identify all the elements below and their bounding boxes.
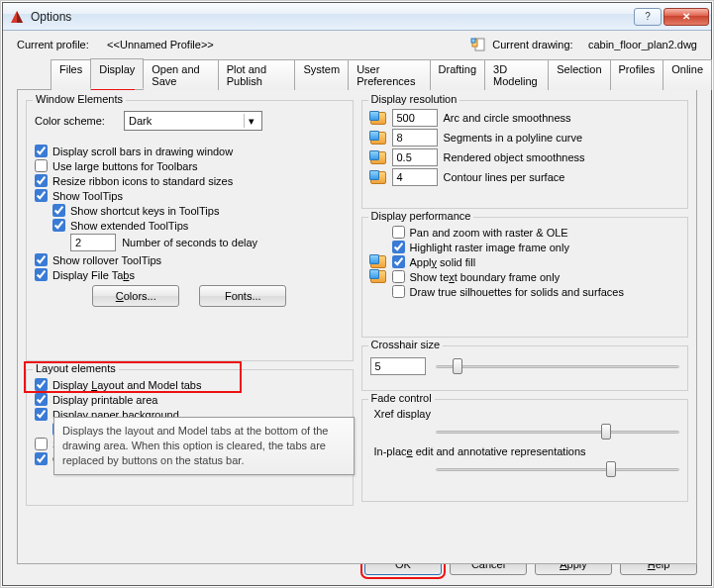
xref-label: Xref display — [374, 408, 680, 420]
lbl-layout-model: Display Layout and Model tabs — [52, 379, 201, 391]
tab-plot-publish[interactable]: Plot and Publish — [218, 59, 296, 90]
drum-icon — [370, 270, 386, 283]
app-icon — [9, 9, 25, 25]
lbl-arc-smoothness: Arc and circle smoothness — [444, 112, 571, 124]
color-scheme-dropdown[interactable]: Dark ▾ — [124, 111, 262, 131]
slider-thumb[interactable] — [601, 424, 611, 440]
rendered-smoothness-input[interactable]: 0.5 — [392, 148, 438, 166]
xref-slider[interactable] — [436, 422, 680, 441]
window-title: Options — [31, 10, 634, 24]
lbl-tooltips: Show ToolTips — [52, 190, 123, 202]
tooltip: Displays the layout and Model tabs at th… — [53, 417, 355, 475]
lbl-pan-zoom: Pan and zoom with raster & OLE — [410, 227, 568, 239]
lbl-scrollbars: Display scroll bars in drawing window — [52, 146, 233, 157]
display-resolution-title: Display resolution — [368, 93, 460, 105]
lbl-highlight-raster: Highlight raster image frame only — [410, 242, 569, 253]
chk-scrollbars[interactable] — [35, 145, 48, 157]
tab-open-save[interactable]: Open and Save — [143, 59, 218, 90]
chk-silhouettes[interactable] — [392, 285, 405, 298]
lbl-extended-tooltips: Show extended ToolTips — [70, 220, 188, 232]
fade-title: Fade control — [368, 392, 435, 404]
tab-display[interactable]: Display — [90, 58, 144, 89]
profile-label: Current profile: — [17, 39, 89, 50]
chk-text-boundary[interactable] — [392, 270, 405, 283]
window-elements-title: Window Elements — [33, 93, 126, 105]
chk-viewport[interactable] — [35, 452, 48, 465]
color-scheme-label: Color scheme: — [35, 115, 124, 127]
tab-drafting[interactable]: Drafting — [430, 59, 486, 90]
lbl-silhouettes: Draw true silhouettes for solids and sur… — [410, 286, 624, 298]
lbl-polyline-segments: Segments in a polyline curve — [444, 132, 583, 144]
lbl-rollover: Show rollover ToolTips — [52, 254, 161, 266]
arc-smoothness-input[interactable]: 500 — [392, 109, 438, 127]
contour-lines-input[interactable]: 4 — [392, 168, 438, 186]
tab-3d-modeling[interactable]: 3D Modeling — [484, 59, 549, 90]
edit-label: In-place edit and annotative representat… — [374, 445, 680, 457]
dwg-icon — [470, 37, 486, 52]
chk-resize-ribbon[interactable] — [35, 174, 48, 187]
profile-value: <<Unnamed Profile>> — [107, 39, 214, 50]
svg-rect-4 — [471, 39, 475, 43]
chevron-down-icon: ▾ — [244, 114, 257, 128]
color-scheme-value: Dark — [129, 115, 152, 127]
drum-icon — [370, 132, 386, 145]
slider-thumb[interactable] — [453, 358, 462, 374]
lbl-large-buttons: Use large buttons for Toolbars — [52, 160, 198, 172]
chk-rollover[interactable] — [35, 253, 48, 266]
chk-paper-bg[interactable] — [35, 408, 48, 421]
chk-highlight-raster[interactable] — [392, 241, 405, 253]
chk-tooltips[interactable] — [35, 189, 48, 202]
fonts-button[interactable]: Fonts... — [199, 285, 286, 307]
close-button[interactable]: ✕ — [663, 8, 709, 26]
chk-printable[interactable] — [35, 393, 48, 406]
crosshair-input[interactable]: 5 — [370, 357, 426, 375]
polyline-segments-input[interactable]: 8 — [392, 129, 438, 147]
lbl-shortcut-keys: Show shortcut keys in ToolTips — [70, 205, 219, 217]
drum-icon — [370, 151, 386, 164]
layout-elements-title: Layout elements — [33, 362, 119, 374]
tab-online[interactable]: Online — [663, 59, 712, 90]
drawing-value: cabin_floor_plan2.dwg — [588, 39, 697, 50]
lbl-rendered-smoothness: Rendered object smoothness — [444, 151, 585, 163]
drum-icon — [370, 255, 386, 268]
chk-solid-fill[interactable] — [392, 255, 405, 268]
drum-icon — [370, 112, 386, 125]
drum-icon — [370, 171, 386, 184]
chk-large-buttons[interactable] — [35, 159, 48, 172]
chk-shortcut-keys[interactable] — [52, 204, 65, 217]
tab-user-prefs[interactable]: User Preferences — [348, 59, 430, 90]
tab-system[interactable]: System — [294, 59, 349, 90]
slider-thumb[interactable] — [606, 461, 616, 477]
tabstrip: Files Display Open and Save Plot and Pub… — [3, 52, 711, 89]
drawing-label: Current drawing: — [492, 39, 572, 50]
lbl-contour-lines: Contour lines per surface — [444, 171, 565, 183]
tab-selection[interactable]: Selection — [548, 59, 610, 90]
crosshair-slider[interactable] — [436, 356, 680, 376]
colors-button[interactable]: Colors... — [92, 285, 179, 307]
lbl-delay: Number of seconds to delay — [122, 237, 257, 248]
tooltip-delay-input[interactable]: 2 — [70, 234, 116, 251]
chk-pan-zoom[interactable] — [392, 226, 405, 239]
crosshair-title: Crosshair size — [368, 339, 444, 350]
lbl-solid-fill: Apply solid fill — [410, 256, 476, 268]
help-button-titlebar[interactable]: ? — [634, 8, 662, 26]
chk-file-tabs[interactable] — [35, 268, 48, 281]
chk-layout-model[interactable] — [35, 378, 48, 391]
svg-marker-1 — [17, 11, 23, 23]
lbl-text-boundary: Show text boundary frame only — [410, 271, 561, 283]
display-performance-title: Display performance — [368, 210, 474, 222]
chk-page-setup[interactable] — [35, 438, 48, 450]
lbl-resize-ribbon: Resize ribbon icons to standard sizes — [52, 175, 233, 187]
lbl-file-tabs: Display File Tabs — [52, 269, 135, 281]
lbl-printable: Display printable area — [52, 394, 157, 406]
tab-files[interactable]: Files — [51, 59, 91, 90]
edit-slider[interactable] — [436, 459, 680, 479]
tab-profiles[interactable]: Profiles — [610, 59, 664, 90]
chk-extended-tooltips[interactable] — [52, 219, 65, 232]
